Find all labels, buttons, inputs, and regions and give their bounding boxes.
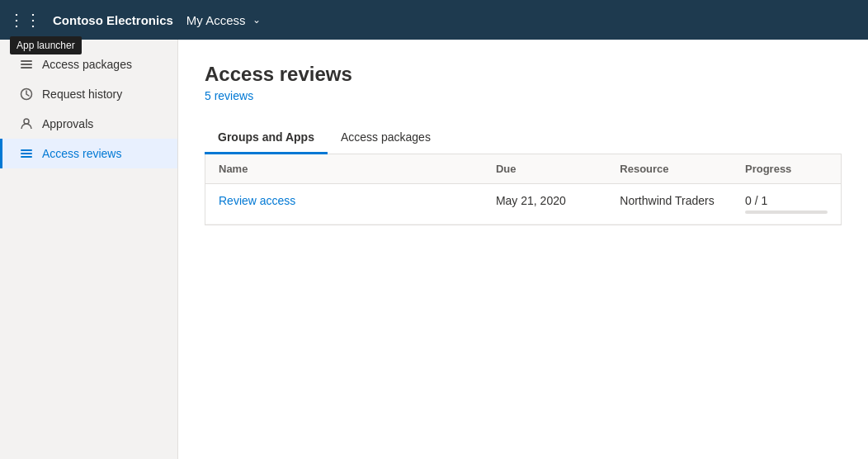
cell-resource: Northwind Traders [606, 184, 732, 225]
svg-rect-1 [21, 64, 32, 65]
sidebar-item-request-history[interactable]: Request history [0, 79, 177, 109]
reviews-count: 5 reviews [205, 89, 842, 102]
main-content: Access reviews 5 reviews Groups and Apps… [178, 40, 868, 459]
svg-rect-6 [21, 153, 32, 154]
cell-name: Review access [205, 184, 483, 225]
svg-rect-7 [21, 156, 32, 158]
sidebar-item-approvals[interactable]: Approvals [0, 109, 177, 139]
reviews-table: Name Due Resource Progress Review access… [205, 154, 841, 225]
my-access-nav[interactable]: My Access ⌄ [186, 13, 261, 27]
org-name: Contoso Electronics [53, 13, 173, 27]
table-header-row: Name Due Resource Progress [205, 154, 841, 184]
svg-rect-0 [21, 60, 32, 62]
reviews-table-container: Name Due Resource Progress Review access… [205, 154, 842, 225]
app-launcher-button[interactable]: ⋮⋮ App launcher [10, 5, 40, 35]
svg-rect-5 [21, 149, 32, 151]
review-access-link[interactable]: Review access [219, 194, 295, 207]
svg-point-4 [24, 119, 29, 124]
chevron-down-icon: ⌄ [252, 14, 261, 26]
sidebar-label-approvals: Approvals [42, 117, 93, 130]
table-row: Review access May 21, 2020 Northwind Tra… [205, 184, 841, 225]
tab-access-packages[interactable]: Access packages [328, 122, 444, 154]
col-header-resource: Resource [606, 154, 732, 184]
approvals-icon [19, 117, 34, 130]
app-launcher-tooltip: App launcher [10, 36, 82, 54]
sidebar-label-access-reviews: Access reviews [42, 147, 121, 160]
col-header-progress: Progress [732, 154, 841, 184]
cell-due: May 21, 2020 [483, 184, 606, 225]
page-title: Access reviews [205, 63, 842, 86]
layout: Access packages Request history Approval… [0, 40, 868, 459]
col-header-name: Name [205, 154, 483, 184]
request-history-icon [19, 88, 34, 101]
sidebar-label-request-history: Request history [42, 88, 122, 101]
access-reviews-icon [19, 147, 34, 160]
sidebar-label-access-packages: Access packages [42, 58, 132, 71]
tabs-bar: Groups and Apps Access packages [205, 122, 842, 154]
progress-text: 0 / 1 [745, 194, 828, 207]
tab-groups-and-apps[interactable]: Groups and Apps [205, 122, 328, 154]
access-packages-icon [19, 58, 34, 71]
sidebar-item-access-reviews[interactable]: Access reviews [0, 139, 177, 168]
sidebar: Access packages Request history Approval… [0, 40, 178, 459]
cell-progress: 0 / 1 [732, 184, 841, 225]
svg-rect-2 [21, 67, 32, 69]
topbar: ⋮⋮ App launcher Contoso Electronics My A… [0, 0, 868, 40]
my-access-label: My Access [186, 13, 246, 27]
progress-bar-background [745, 211, 828, 214]
col-header-due: Due [483, 154, 606, 184]
